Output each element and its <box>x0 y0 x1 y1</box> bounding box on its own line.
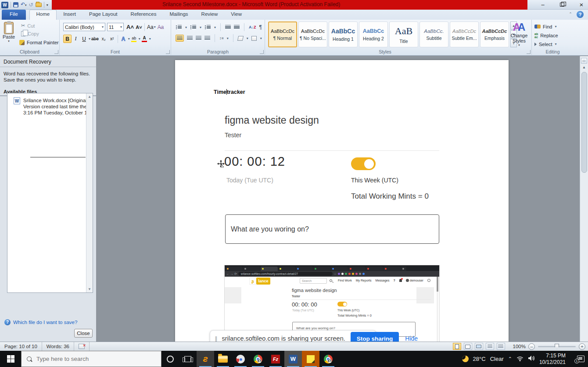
tab-file[interactable]: File <box>2 10 26 20</box>
borders-icon[interactable] <box>251 36 257 41</box>
taskbar-word[interactable]: W <box>284 351 302 367</box>
underline-button[interactable]: U <box>80 35 88 43</box>
week-toggle[interactable] <box>351 157 376 170</box>
styles-dialog-launcher[interactable] <box>527 50 531 54</box>
zoom-in-button[interactable]: + <box>579 343 585 350</box>
tab-home[interactable]: Home <box>29 10 57 20</box>
zoom-level[interactable]: 100% <box>513 344 526 349</box>
document-scrollbar[interactable]: ▭ ▲ <box>580 56 588 342</box>
taskbar-file-explorer[interactable] <box>214 351 232 367</box>
minimize-ribbon-icon[interactable]: ⌃ <box>567 11 574 17</box>
night-light-icon[interactable] <box>462 356 469 362</box>
style-emphasis[interactable]: AaBbCcDc Emphasis <box>480 21 509 47</box>
line-spacing-icon[interactable]: ↕≡ <box>219 36 223 40</box>
taskbar-chrome[interactable] <box>249 351 267 367</box>
style-normal[interactable]: AaBbCcDc ¶ Normal <box>268 21 297 47</box>
decrease-indent-icon[interactable] <box>225 25 231 29</box>
taskbar-filezilla[interactable]: Fz <box>267 351 284 367</box>
recovery-list-scrollbar[interactable]: ▲ ▼ <box>86 93 93 292</box>
tab-review[interactable]: Review <box>195 10 225 20</box>
tab-references[interactable]: References <box>124 10 163 20</box>
increase-indent-icon[interactable] <box>234 25 240 29</box>
align-center-icon[interactable] <box>187 36 193 40</box>
style-heading1[interactable]: AaBbCc Heading 1 <box>329 21 358 47</box>
zoom-slider-thumb[interactable] <box>555 344 559 349</box>
shrink-font-button[interactable]: A˅ <box>135 23 143 31</box>
clipboard-dialog-launcher[interactable] <box>54 50 58 54</box>
qat-dropdown-icon[interactable]: ▾ <box>47 3 48 7</box>
superscript-button[interactable]: x² <box>108 35 116 43</box>
outline-view-button[interactable] <box>486 343 494 350</box>
highlight-button[interactable]: ab <box>130 35 138 43</box>
recovered-files-list[interactable]: W Srilance Work.docx [Original] Version … <box>7 93 93 293</box>
italic-button[interactable]: I <box>72 35 80 43</box>
task-input[interactable]: What are you woring on? <box>225 214 439 244</box>
open-icon[interactable] <box>36 3 42 7</box>
restore-button[interactable] <box>558 0 566 10</box>
cut-button[interactable]: ✂ Cut <box>21 23 35 29</box>
scroll-down-icon[interactable]: ▼ <box>86 286 93 292</box>
taskbar-search[interactable] <box>21 351 161 367</box>
taskbar-sticky-notes[interactable] <box>302 351 319 367</box>
undo-icon[interactable]: ↶▾ <box>21 1 27 8</box>
shading-icon[interactable] <box>238 36 243 41</box>
weather-temp[interactable]: 28°C <box>473 356 486 362</box>
volume-icon[interactable] <box>528 355 535 363</box>
fullscreen-reading-view-button[interactable] <box>464 343 472 350</box>
change-case-button[interactable]: Aa▾ <box>146 23 157 31</box>
taskbar-sublime[interactable]: ƨ <box>197 351 214 367</box>
document-page[interactable]: Timetracker figma website design Tester … <box>175 60 509 342</box>
clear-formatting-button[interactable]: A̶a <box>157 23 165 31</box>
word-count[interactable]: Words: 36 <box>42 342 74 351</box>
tab-page-layout[interactable]: Page Layout <box>82 10 124 20</box>
print-layout-view-button[interactable] <box>453 343 461 350</box>
network-icon[interactable] <box>516 355 523 363</box>
scrollbar-thumb[interactable] <box>581 72 587 173</box>
copy-button[interactable]: Copy <box>21 31 39 36</box>
zoom-slider[interactable] <box>538 346 576 347</box>
paragraph-dialog-launcher[interactable] <box>260 50 264 54</box>
clock[interactable]: 7:15 PM 10/12/2021 <box>539 353 566 366</box>
replace-button[interactable]: abac Replace <box>534 31 558 39</box>
style-subtitle[interactable]: AaBbCc. Subtitle <box>419 21 448 47</box>
tab-insert[interactable]: Insert <box>57 10 82 20</box>
zoom-out-button[interactable]: – <box>528 343 535 350</box>
start-button[interactable] <box>0 351 21 367</box>
align-right-icon[interactable] <box>196 36 201 40</box>
recovered-file-item[interactable]: W Srilance Work.docx [Original] Version … <box>7 93 93 116</box>
save-icon[interactable] <box>13 2 18 7</box>
multilevel-list-icon[interactable] <box>204 25 211 29</box>
style-title[interactable]: AaB Title <box>389 21 418 47</box>
justify-icon[interactable] <box>204 36 210 40</box>
minimize-button[interactable]: – <box>539 0 547 10</box>
hide-sharing-button[interactable]: Hide <box>405 335 418 342</box>
bullets-icon[interactable] <box>176 25 182 29</box>
recovery-help-link[interactable]: ? Which file do I want to save? <box>4 319 77 325</box>
format-painter-button[interactable]: Format Painter <box>19 40 59 45</box>
ruler-toggle-icon[interactable]: ▭ <box>581 58 587 64</box>
show-paragraph-marks-icon[interactable]: ¶ <box>259 24 262 30</box>
taskbar-disc-app[interactable] <box>232 351 249 367</box>
align-left-button[interactable] <box>176 35 184 42</box>
web-layout-view-button[interactable] <box>475 343 483 350</box>
paste-button[interactable]: Paste ▾ <box>3 22 15 43</box>
font-size-select[interactable]: 11▾ <box>107 23 124 31</box>
font-dialog-launcher[interactable] <box>166 50 170 54</box>
style-no-spacing[interactable]: AaBbCcDc ¶ No Spaci... <box>298 21 327 47</box>
proofing-status[interactable] <box>74 342 90 351</box>
grow-font-button[interactable]: A˄ <box>125 23 135 31</box>
search-input[interactable] <box>36 356 146 362</box>
task-view-button[interactable] <box>179 351 197 367</box>
numbering-icon[interactable] <box>190 25 196 29</box>
scroll-up-icon[interactable]: ▲ <box>86 93 93 100</box>
change-styles-button[interactable]: AA Change Styles ▾ <box>508 21 531 47</box>
select-button[interactable]: Select▾ <box>534 40 557 48</box>
sort-icon[interactable]: A↓Z <box>249 25 256 29</box>
font-family-select[interactable]: Calibri (Body)▾ <box>63 23 105 31</box>
notification-center-icon[interactable]: 1 <box>577 356 584 362</box>
style-heading2[interactable]: AaBbCc Heading 2 <box>359 21 388 47</box>
help-icon[interactable]: ? <box>577 11 584 18</box>
weather-condition[interactable]: Clear <box>490 356 504 362</box>
bold-button[interactable]: B <box>63 35 72 43</box>
find-button[interactable]: Find▾ <box>534 22 556 31</box>
